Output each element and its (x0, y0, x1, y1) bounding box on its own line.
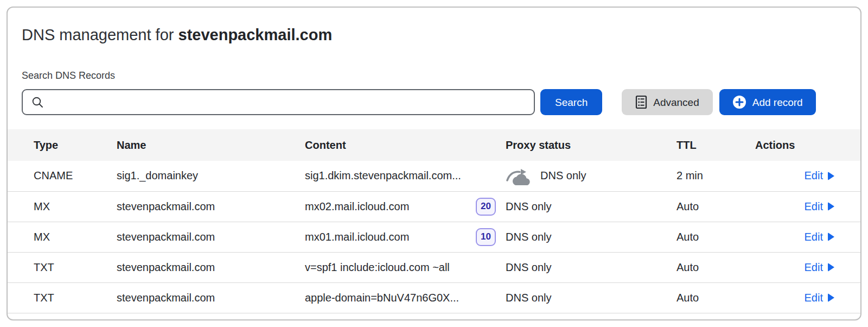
record-content-text: sig1.dkim.stevenpackmail.com... (305, 169, 461, 182)
edit-record-button[interactable]: Edit (805, 169, 834, 182)
search-box[interactable] (22, 89, 535, 115)
dns-only-cloud-icon (506, 167, 531, 185)
proxy-status-text: DNS only (506, 231, 551, 243)
record-name-cell: stevenpackmail.com (117, 282, 305, 313)
record-proxy-cell: DNS only (506, 292, 676, 304)
record-content-cell: v=spf1 include:icloud.com ~all (305, 261, 506, 274)
edit-label: Edit (805, 169, 823, 182)
record-type-cell: CNAME (8, 161, 117, 191)
edit-record-button[interactable]: Edit (805, 200, 834, 213)
edit-label: Edit (805, 231, 823, 243)
dns-management-card: DNS management for stevenpackmail.com Se… (7, 7, 861, 320)
search-label: Search DNS Records (22, 70, 846, 81)
record-type-cell: TXT (8, 282, 117, 313)
dns-record-row: MX stevenpackmail.com mx02.mail.icloud.c… (8, 191, 860, 222)
dns-record-row: TXT stevenpackmail.com v=spf1 include:ic… (8, 252, 860, 282)
record-proxy-cell: DNS only (506, 167, 676, 185)
record-content-cell: sig1.dkim.stevenpackmail.com... (305, 169, 506, 182)
edit-caret-icon (828, 172, 834, 180)
search-button[interactable]: Search (540, 89, 602, 115)
plus-circle-icon (732, 95, 746, 109)
record-proxy-cell: DNS only (506, 200, 676, 213)
edit-record-button[interactable]: Edit (805, 261, 834, 274)
page-title-prefix: DNS management for (22, 26, 178, 43)
record-proxy-cell: DNS only (506, 231, 676, 243)
record-ttl-cell: Auto (676, 222, 755, 252)
advanced-list-icon (635, 95, 647, 109)
record-content-text: mx02.mail.icloud.com (305, 200, 409, 213)
advanced-button[interactable]: Advanced (622, 89, 713, 115)
edit-caret-icon (828, 202, 834, 211)
edit-label: Edit (805, 200, 823, 213)
record-proxy-cell: DNS only (506, 261, 676, 274)
edit-caret-icon (828, 263, 834, 272)
add-record-button-label: Add record (752, 97, 803, 108)
column-header-ttl: TTL (676, 129, 755, 161)
proxy-status-text: DNS only (506, 261, 551, 274)
record-name-cell: stevenpackmail.com (117, 252, 305, 282)
proxy-status-text: DNS only (506, 200, 551, 213)
record-name-cell: sig1._domainkey (117, 161, 305, 191)
edit-caret-icon (828, 293, 834, 302)
record-content-cell: apple-domain=bNuV47n6G0X... (305, 292, 506, 304)
search-button-label: Search (555, 97, 588, 108)
edit-record-button[interactable]: Edit (805, 292, 834, 304)
proxy-status-text: DNS only (540, 169, 586, 182)
record-content-text: mx01.mail.icloud.com (305, 231, 409, 243)
dns-records-tbody: CNAME sig1._domainkey sig1.dkim.stevenpa… (8, 161, 860, 313)
page-title: DNS management for stevenpackmail.com (22, 26, 846, 44)
record-ttl-cell: 2 min (676, 161, 755, 191)
search-controls: Search Advanced (22, 89, 846, 115)
column-header-actions: Actions (755, 129, 860, 161)
dns-management-page: { "page": { "title_prefix": "DNS managem… (0, 0, 868, 327)
column-header-name: Name (117, 129, 305, 161)
search-input[interactable] (50, 96, 526, 109)
record-content-cell: mx02.mail.icloud.com 20 (305, 198, 506, 216)
dns-record-row: TXT stevenpackmail.com apple-domain=bNuV… (8, 282, 860, 313)
record-type-cell: MX (8, 222, 117, 252)
column-header-type: Type (8, 129, 117, 161)
page-title-domain: stevenpackmail.com (178, 26, 333, 43)
record-content-text: apple-domain=bNuV47n6G0X... (305, 292, 459, 304)
record-type-cell: MX (8, 191, 117, 222)
edit-caret-icon (828, 232, 834, 241)
record-name-cell: stevenpackmail.com (117, 191, 305, 222)
top-section: DNS management for stevenpackmail.com Se… (8, 8, 860, 115)
priority-badge: 20 (476, 198, 496, 216)
record-content-text: v=spf1 include:icloud.com ~all (305, 261, 450, 274)
record-type-cell: TXT (8, 252, 117, 282)
priority-badge: 10 (476, 228, 496, 246)
column-header-content: Content (305, 129, 506, 161)
dns-record-row: MX stevenpackmail.com mx01.mail.icloud.c… (8, 222, 860, 252)
add-record-button[interactable]: Add record (719, 89, 816, 115)
dns-records-table: Type Name Content Proxy status TTL Actio… (8, 129, 860, 313)
edit-label: Edit (805, 261, 823, 274)
record-ttl-cell: Auto (676, 252, 755, 282)
record-ttl-cell: Auto (676, 282, 755, 313)
edit-record-button[interactable]: Edit (805, 231, 834, 243)
search-icon (31, 96, 44, 109)
column-header-proxy-status: Proxy status (506, 129, 676, 161)
edit-label: Edit (805, 292, 823, 304)
advanced-button-label: Advanced (653, 97, 699, 108)
record-content-cell: mx01.mail.icloud.com 10 (305, 228, 506, 246)
table-header: Type Name Content Proxy status TTL Actio… (8, 129, 860, 161)
dns-record-row: CNAME sig1._domainkey sig1.dkim.stevenpa… (8, 161, 860, 191)
record-ttl-cell: Auto (676, 191, 755, 222)
record-name-cell: stevenpackmail.com (117, 222, 305, 252)
proxy-status-text: DNS only (506, 292, 551, 304)
